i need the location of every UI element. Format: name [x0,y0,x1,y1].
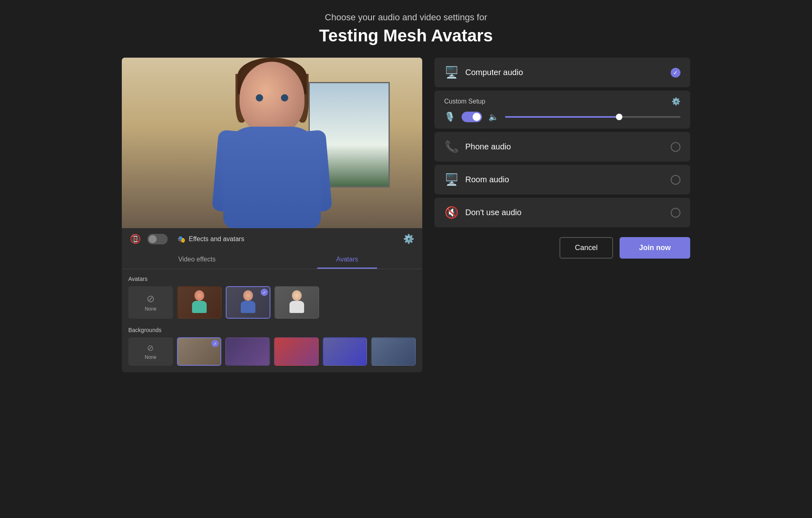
computer-audio-option[interactable]: 🖥️ Computer audio [434,58,690,87]
avatar-figure [195,62,349,228]
camera-off-icon[interactable]: 📵 [130,234,141,244]
bg-room-thumb[interactable]: ✓ [177,337,222,366]
right-panel: 🖥️ Computer audio Custom Setup ⚙️ 🎙️ 🔈 [434,58,690,372]
avatars-section-label: Avatars [128,276,416,282]
header-subtitle: Choose your audio and video settings for [319,12,493,23]
video-controls-bar: 📵 🎭 Effects and avatars ⚙️ [122,228,422,250]
settings-gear-icon[interactable]: ⚙️ [403,234,414,244]
avatar-grid: ⊘ None ✓ [128,286,416,319]
no-audio-radio[interactable] [671,208,680,218]
bg-purple-thumb[interactable] [225,337,270,366]
phone-audio-label: Phone audio [465,142,664,151]
join-now-button[interactable]: Join now [620,237,690,259]
custom-setup-label: Custom Setup [444,98,485,105]
computer-audio-radio[interactable] [671,68,680,78]
cancel-button[interactable]: Cancel [559,237,613,259]
mini-avatar-2 [238,290,258,315]
tab-avatars[interactable]: Avatars [272,250,422,269]
main-content: 📵 🎭 Effects and avatars ⚙️ Video effects… [122,58,690,372]
avatar-background [122,58,422,228]
video-preview [122,58,422,228]
computer-audio-icon: 🖥️ [444,66,459,79]
volume-thumb[interactable] [616,114,622,120]
no-audio-label: Don't use audio [465,208,664,217]
phone-audio-radio[interactable] [671,142,680,152]
avatar-none-thumb[interactable]: ⊘ None [128,286,173,319]
none-circle-icon: ⊘ [147,293,155,304]
bg-selected-badge: ✓ [212,340,219,347]
backgrounds-section-label: Backgrounds [128,327,416,333]
volume-fill [505,116,619,118]
action-buttons: Cancel Join now [434,237,690,259]
custom-setup-settings-icon[interactable]: ⚙️ [672,97,680,106]
mic-toggle[interactable] [462,112,482,122]
room-audio-label: Room audio [465,175,664,184]
bg-red-thumb[interactable] [274,337,319,366]
no-audio-option[interactable]: 🔇 Don't use audio [434,198,690,227]
bg-dark-blue-thumb[interactable] [371,337,416,366]
room-audio-icon: 🖥️ [444,173,459,186]
effects-icon: 🎭 [177,235,186,243]
custom-setup-panel: Custom Setup ⚙️ 🎙️ 🔈 [434,91,690,129]
tab-video-effects[interactable]: Video effects [122,250,272,269]
left-panel: 📵 🎭 Effects and avatars ⚙️ Video effects… [122,58,422,372]
avatar-1-thumb[interactable] [177,286,222,319]
bg-none-icon: ⊘ [147,343,154,353]
avatar-selected-badge: ✓ [261,289,268,296]
phone-audio-option[interactable]: 📞 Phone audio [434,132,690,162]
mini-avatar-3 [287,290,307,315]
speaker-icon: 🔈 [488,112,499,122]
video-toggle[interactable] [147,234,168,244]
panel-content: Avatars ⊘ None ✓ [122,269,422,372]
tabs-bar: Video effects Avatars [122,250,422,269]
room-audio-option[interactable]: 🖥️ Room audio [434,165,690,194]
header-title: Testing Mesh Avatars [319,26,493,45]
no-audio-icon: 🔇 [444,206,459,219]
room-audio-radio[interactable] [671,175,680,185]
mini-avatar-1 [189,290,209,315]
bg-blue-thumb[interactable] [323,337,367,366]
avatar-3-thumb[interactable] [274,286,319,319]
avatar-2-thumb[interactable]: ✓ [226,286,270,319]
backgrounds-grid: ⊘ None ✓ [128,337,416,366]
volume-slider[interactable] [505,116,680,118]
bg-none-thumb[interactable]: ⊘ None [128,337,173,366]
microphone-icon: 🎙️ [444,112,455,122]
effects-avatars-button[interactable]: 🎭 Effects and avatars [177,235,244,243]
custom-setup-header: Custom Setup ⚙️ [444,97,680,106]
phone-audio-icon: 📞 [444,140,459,153]
custom-setup-controls: 🎙️ 🔈 [444,112,680,122]
header: Choose your audio and video settings for… [319,12,493,45]
computer-audio-label: Computer audio [465,68,664,77]
